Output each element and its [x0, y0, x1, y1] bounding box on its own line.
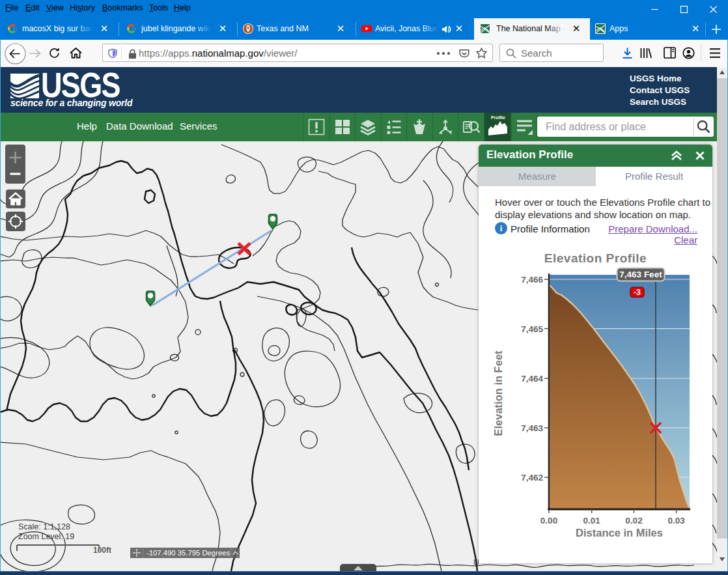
svg-text:7,465: 7,465 — [521, 324, 543, 334]
svg-text:0.00: 0.00 — [540, 516, 557, 526]
svg-text:7,464: 7,464 — [521, 374, 543, 384]
svg-text:0.01: 0.01 — [583, 516, 601, 526]
svg-text:0.02: 0.02 — [625, 516, 642, 526]
svg-text:7,463: 7,463 — [521, 423, 543, 433]
svg-text:Distance in Miles: Distance in Miles — [576, 527, 663, 539]
svg-text:0.03: 0.03 — [667, 516, 685, 526]
svg-text:7,462: 7,462 — [521, 473, 543, 483]
svg-text:-3: -3 — [634, 288, 641, 297]
svg-text:7,463 Feet: 7,463 Feet — [619, 270, 662, 279]
svg-text:7,466: 7,466 — [521, 275, 543, 285]
svg-text:Elevation in Feet: Elevation in Feet — [492, 350, 504, 436]
